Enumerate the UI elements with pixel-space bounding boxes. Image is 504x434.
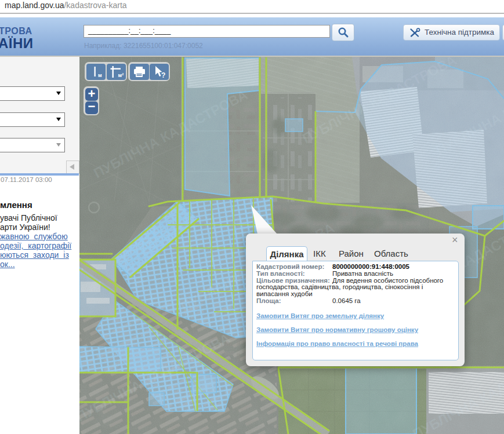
svg-text:м: м (98, 72, 102, 78)
svg-text:?: ? (161, 71, 165, 79)
svg-text:м²: м² (118, 72, 124, 78)
